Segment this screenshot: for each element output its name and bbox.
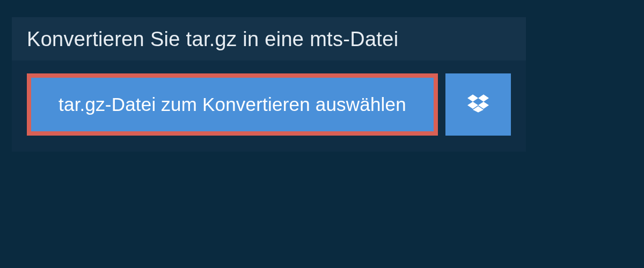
dropbox-button[interactable] <box>445 73 511 136</box>
select-file-button[interactable]: tar.gz-Datei zum Konvertieren auswählen <box>27 73 438 136</box>
select-file-label: tar.gz-Datei zum Konvertieren auswählen <box>58 94 406 115</box>
page-title: Konvertieren Sie tar.gz in eine mts-Date… <box>27 28 511 51</box>
dropbox-icon <box>467 93 489 116</box>
converter-panel: Konvertieren Sie tar.gz in eine mts-Date… <box>12 17 526 152</box>
button-row: tar.gz-Datei zum Konvertieren auswählen <box>12 61 526 152</box>
panel-header: Konvertieren Sie tar.gz in eine mts-Date… <box>12 17 526 61</box>
